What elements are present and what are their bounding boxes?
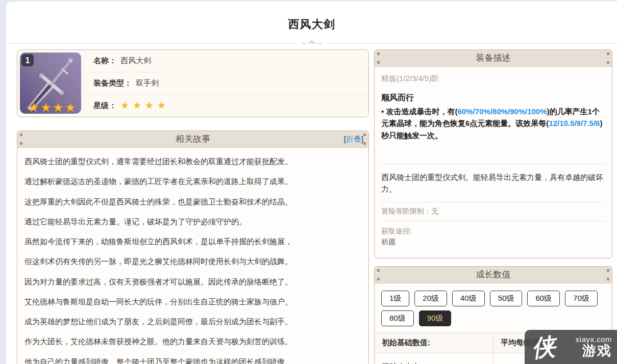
skill-description: • 攻击造成暴击时，有(60%/70%/80%/90%/100%)的几率产生1个… <box>381 106 605 141</box>
weapon-rarity-row: 星级： ★★★★ <box>84 94 368 117</box>
left-column: ★ ★ ★ ★ 1 名称： <box>17 49 369 364</box>
adventure-rank-row: 冒险等阶限制：无 <box>381 202 605 221</box>
watermark-glyph: 侠 <box>531 334 557 360</box>
page-content: 西风大剑 <box>6 2 617 364</box>
story-panel-header: 相关故事 [折叠] <box>17 131 368 148</box>
site-watermark: 侠 xiayx.com 游戏 <box>525 330 617 364</box>
title-divider <box>6 43 617 44</box>
skill-value-highlight: 12/10.5/9/7.5/6 <box>549 119 600 127</box>
name-value: 西风大剑 <box>120 56 151 66</box>
level-button-80级[interactable]: 80级 <box>381 310 414 326</box>
story-paragraph: 西风骑士团的重型仪式剑，通常需要经过团长和教会的双重通过才能获批配发。 <box>24 157 361 166</box>
source-row: 获取途径: 祈愿 <box>381 221 605 252</box>
flavor-text: 西风骑士团的重型仪式剑。能轻易导出元素力量，具有卓越的破坏力。 <box>381 171 605 195</box>
story-body: 西风骑士团的重型仪式剑，通常需要经过团长和教会的双重通过才能获批配发。通过解析蒙… <box>17 148 368 364</box>
type-label: 装备类型： <box>93 79 132 88</box>
story-paragraph: 因为对力量的要求过高，仅有天资极强者才可以施展。因此传承的脉络断绝了。 <box>24 277 361 286</box>
base-stat-line: 基础攻击力: 454 <box>382 358 486 364</box>
svg-text:★: ★ <box>53 100 64 114</box>
stats-panel-title: 成长数值 <box>476 270 511 279</box>
story-paragraph: 艾伦德林与鲁斯坦是自幼一同长大的玩伴，分别出生自正统的骑士家族与佃户。 <box>24 297 361 306</box>
star-rating: ★★★★ <box>120 99 169 111</box>
level-button-50级[interactable]: 50级 <box>490 291 523 306</box>
base-stats-cell: 基础攻击力: 454元素充能效率: 61.3% <box>375 353 493 364</box>
main-columns: ★ ★ ★ ★ 1 名称： <box>6 49 617 364</box>
svg-text:★: ★ <box>40 100 52 114</box>
story-panel-title: 相关故事 <box>176 134 210 144</box>
skill-text-segment: • 攻击造成暴击时，有( <box>381 107 457 116</box>
svg-text:★: ★ <box>65 100 76 114</box>
description-panel-header: 装备描述 <box>375 50 612 67</box>
story-paragraph: 但这剑术仍有失传的另一脉，即是光之狮艾伦德林同时使用长剑与大剑的战舞。 <box>24 257 361 266</box>
count-badge: 1 <box>21 54 34 66</box>
level-button-40级[interactable]: 40级 <box>452 291 485 306</box>
watermark-text-block: xiayx.com 游戏 <box>576 335 612 359</box>
description-panel-title: 装备描述 <box>476 53 511 63</box>
weapon-name-row: 名称： 西风大剑 <box>84 50 368 72</box>
refine-rank-label: 精炼(1/2/3/4/5)阶 <box>381 74 605 84</box>
type-value: 双手剑 <box>136 79 159 88</box>
weapon-image: ★ ★ ★ ★ 1 <box>20 53 81 114</box>
level-button-1级[interactable]: 1级 <box>381 291 409 306</box>
count-badge-number: 1 <box>26 56 30 65</box>
wind-ornament-icon <box>297 37 327 45</box>
description-body: 精炼(1/2/3/4/5)阶 顺风而行 • 攻击造成暴击时，有(60%/70%/… <box>375 67 612 258</box>
source-value: 祈愿 <box>381 237 605 247</box>
description-panel: 装备描述 精炼(1/2/3/4/5)阶 顺风而行 • 攻击造成暴击时，有(60%… <box>374 49 612 258</box>
skill-value-highlight: 60%/70%/80%/90%/100% <box>457 107 547 116</box>
right-column: 装备描述 精炼(1/2/3/4/5)阶 顺风而行 • 攻击造成暴击时，有(60%… <box>374 49 612 364</box>
level-button-60级[interactable]: 60级 <box>527 291 560 306</box>
story-panel: 相关故事 [折叠] 西风骑士团的重型仪式剑，通常需要经过团长和教会的双重通过才能… <box>17 131 369 364</box>
page-title: 西风大剑 <box>6 17 617 32</box>
level-button-70级[interactable]: 70级 <box>565 291 598 306</box>
collapse-link[interactable]: [折叠] <box>344 131 363 147</box>
base-stats-header: 初始基础数值: <box>375 333 493 353</box>
adventure-rank-label: 冒险等阶限制： <box>381 207 431 215</box>
weapon-type-row: 装备类型： 双手剑 <box>84 72 368 94</box>
svg-text:★: ★ <box>28 100 39 114</box>
name-label: 名称： <box>93 56 116 66</box>
story-paragraph: 虽然如今流传下来的，幼狼鲁斯坦创立的西风剑术，是以单手持握的长剑施展， <box>24 237 361 246</box>
level-button-group: 1级20级40级50级60级70级80级90级 <box>375 283 612 332</box>
weapon-info-card: ★ ★ ★ ★ 1 名称： <box>17 49 369 117</box>
skill-name: 顺风而行 <box>381 93 605 103</box>
description-divider <box>381 164 605 164</box>
stats-panel-header: 成长数值 <box>375 267 612 283</box>
level-button-20级[interactable]: 20级 <box>414 291 447 306</box>
level-button-90级[interactable]: 90级 <box>419 310 452 326</box>
watermark-site-url: xiayx.com <box>576 335 612 344</box>
story-paragraph: 作为大团长，艾伦德林未曾获授神之眼。他的力量来自天资与极为刻苦的训练。 <box>24 337 361 346</box>
story-paragraph: 他为自己的力量感到骄傲。整个骑士团乃至整个蒙德也为这样的团长感到骄傲。 <box>24 357 361 364</box>
story-paragraph: 通过解析蒙德远古的圣遗物，蒙德的工匠学者在元素亲和的道路上取得了成果。 <box>24 177 361 186</box>
story-paragraph: 成为英雄的梦想让他们成为了朋友，之后则是同僚，最后分别成为团长与副手。 <box>24 317 361 326</box>
weapon-info-rows: 名称： 西风大剑 装备类型： 双手剑 星级： ★★★★ <box>84 50 368 117</box>
source-label: 获取途径: <box>381 226 605 237</box>
adventure-rank-value: 无 <box>431 207 438 215</box>
watermark-site-name: 游戏 <box>582 344 612 359</box>
story-paragraph: 这把厚重的大剑因此不但是西风骑士的殊荣，也是蒙德卫士勤奋和技术的结晶。 <box>24 197 361 206</box>
star-label: 星级： <box>93 101 116 111</box>
story-paragraph: 通过它能轻易导出元素力量。谨记，破坏是为了守护必须守护的。 <box>24 217 361 226</box>
